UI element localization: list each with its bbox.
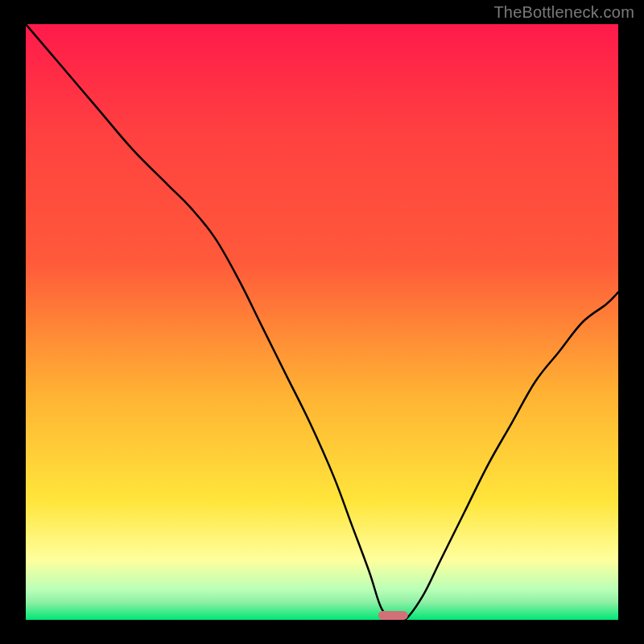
optimal-marker: [378, 611, 408, 620]
gradient-background: [26, 24, 618, 620]
chart-container: { "watermark": "TheBottleneck.com", "col…: [0, 0, 644, 644]
bottleneck-chart: [0, 0, 644, 644]
watermark-text: TheBottleneck.com: [493, 3, 634, 22]
